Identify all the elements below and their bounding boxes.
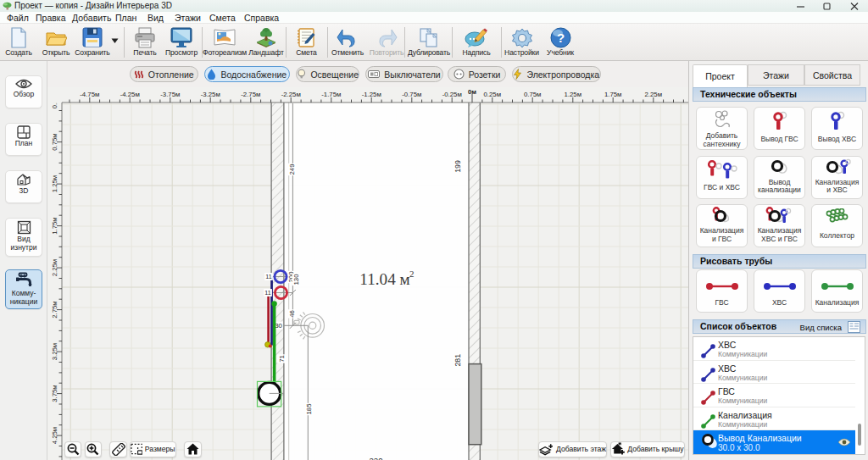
svg-text:1.75м: 1.75м	[604, 91, 622, 98]
svg-text:281: 281	[453, 354, 462, 367]
svg-text:0.75м: 0.75м	[51, 133, 58, 151]
svg-text:-1.25м: -1.25м	[362, 91, 381, 98]
svg-text:1.25м: 1.25м	[565, 91, 582, 98]
svg-text:249: 249	[288, 163, 296, 175]
svg-text:?: ?	[556, 30, 564, 45]
svg-text:-0.25м: -0.25м	[442, 91, 462, 98]
svg-text:2.75м: 2.75м	[51, 301, 58, 319]
svg-text:-4.25м: -4.25м	[120, 91, 140, 98]
svg-text:-4.75м: -4.75м	[80, 91, 99, 98]
svg-text:1.25м: 1.25м	[51, 175, 58, 193]
svg-text:11: 11	[264, 289, 270, 297]
svg-text:130: 130	[292, 274, 300, 285]
svg-text:11.04 м: 11.04 м	[359, 270, 409, 288]
svg-text:1.75м: 1.75м	[51, 217, 58, 235]
svg-text:-0.75м: -0.75м	[402, 91, 421, 98]
svg-text:220: 220	[370, 456, 383, 460]
svg-text:185: 185	[305, 403, 313, 415]
svg-text:46: 46	[288, 310, 296, 318]
svg-text:-1.75м: -1.75м	[321, 91, 341, 98]
svg-text:-3.75м: -3.75м	[160, 91, 180, 98]
svg-text:199: 199	[453, 160, 462, 173]
svg-text:30: 30	[275, 322, 282, 330]
svg-text:11: 11	[265, 273, 271, 280]
svg-text:0м: 0м	[468, 88, 476, 96]
svg-text:4.25м: 4.25м	[51, 427, 58, 445]
svg-text:-2.75м: -2.75м	[241, 91, 260, 98]
svg-text:71: 71	[278, 355, 286, 363]
svg-text:2.25м: 2.25м	[645, 91, 663, 98]
svg-text:0.75м: 0.75м	[524, 91, 542, 98]
svg-text:3.25м: 3.25м	[51, 343, 58, 361]
svg-text:0.25м: 0.25м	[484, 91, 502, 98]
svg-text:-3.25м: -3.25м	[201, 91, 220, 98]
svg-text:2.25м: 2.25м	[51, 259, 58, 277]
svg-text:2: 2	[409, 269, 415, 279]
svg-text:3.75м: 3.75м	[51, 385, 58, 402]
svg-text:-2.25м: -2.25м	[281, 91, 301, 98]
